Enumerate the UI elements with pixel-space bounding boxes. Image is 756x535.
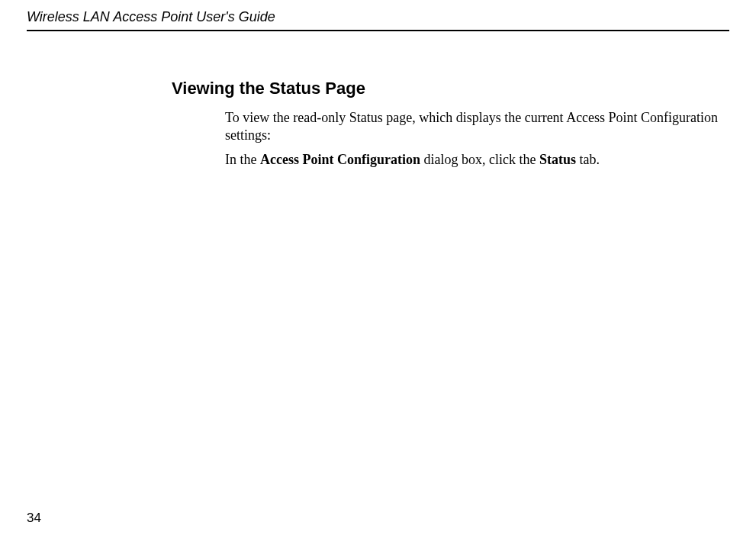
p2-bold1: Access Point Configuration: [260, 152, 420, 167]
p2-bold2: Status: [539, 152, 576, 167]
page-number: 34: [27, 511, 41, 526]
document-header: Wireless LAN Access Point User's Guide: [27, 9, 729, 31]
section-heading: Viewing the Status Page: [172, 79, 729, 98]
body-text: To view the read-only Status page, which…: [172, 109, 729, 169]
content-area: Viewing the Status Page To view the read…: [27, 79, 729, 169]
p2-prefix: In the: [225, 152, 260, 167]
paragraph-2: In the Access Point Configuration dialog…: [225, 151, 722, 169]
p2-mid: dialog box, click the: [420, 152, 539, 167]
header-title: Wireless LAN Access Point User's Guide: [27, 9, 275, 24]
page-container: Wireless LAN Access Point User's Guide V…: [0, 0, 756, 535]
paragraph-1: To view the read-only Status page, which…: [225, 109, 722, 145]
p2-suffix: tab.: [576, 152, 600, 167]
